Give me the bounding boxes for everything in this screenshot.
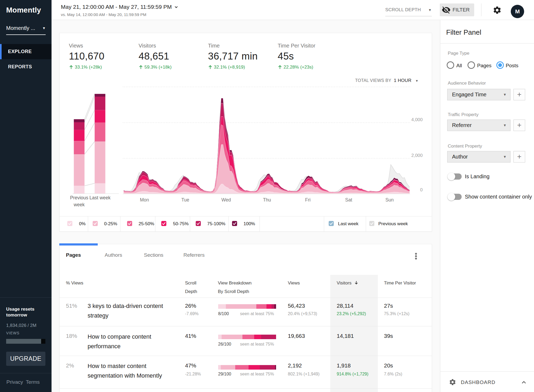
svg-text:Tue: Tue: [181, 197, 189, 203]
svg-text:Thu: Thu: [263, 197, 271, 203]
svg-text:Sat: Sat: [345, 197, 352, 203]
svg-text:Mon: Mon: [140, 197, 149, 203]
svg-text:Wed: Wed: [221, 197, 231, 203]
svg-text:Sun: Sun: [385, 197, 394, 203]
svg-text:Previous: Previous: [70, 195, 88, 200]
svg-text:week: week: [73, 202, 85, 207]
svg-text:Fri: Fri: [305, 197, 311, 203]
svg-text:2,000: 2,000: [411, 153, 423, 158]
svg-text:4,000: 4,000: [411, 117, 423, 122]
svg-text:Last week: Last week: [89, 195, 111, 200]
svg-text:0: 0: [420, 187, 423, 192]
